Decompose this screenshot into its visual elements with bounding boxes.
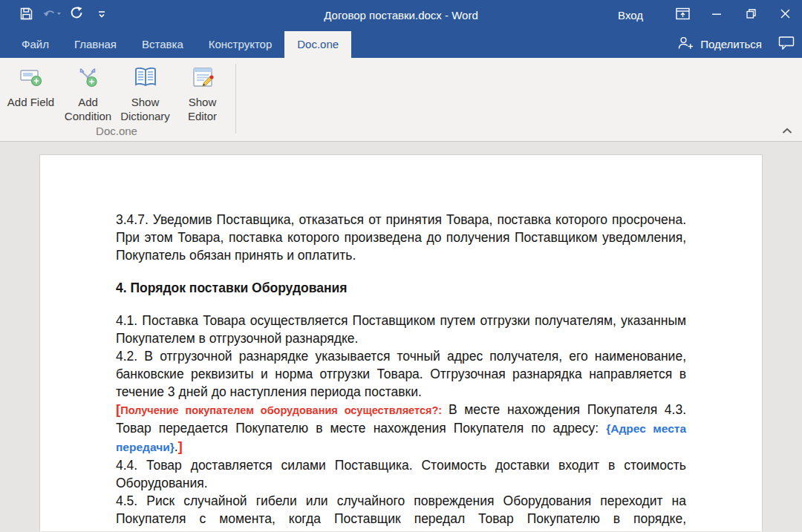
show-editor-label: Show Editor	[174, 95, 231, 123]
minimize-icon	[712, 8, 721, 22]
sign-in-button[interactable]: Вход	[610, 0, 665, 30]
ribbon-display-options-icon	[676, 7, 690, 23]
show-dictionary-label: Show Dictionary	[117, 95, 174, 123]
collapse-ribbon-button[interactable]	[782, 124, 792, 137]
condition-bracket-close[interactable]: ]	[178, 439, 183, 454]
undo-button[interactable]	[39, 4, 64, 26]
add-condition-label: Add Condition	[59, 95, 117, 123]
ribbon: Add Field Add Condition	[0, 58, 802, 142]
ribbon-group-label: Doc.one	[2, 125, 231, 141]
ribbon-tab-bar: Файл Главная Вставка Конструктор Doc.one…	[0, 30, 802, 58]
paragraph-4-1: 4.1. Поставка Товара осуществляется Пост…	[116, 312, 686, 347]
ribbon-display-options-button[interactable]	[665, 0, 700, 30]
show-dictionary-icon	[133, 65, 158, 91]
save-button[interactable]	[13, 4, 39, 26]
quick-access-toolbar	[0, 4, 114, 26]
comments-button[interactable]	[778, 36, 795, 53]
tab-insert[interactable]: Вставка	[129, 31, 196, 58]
close-button[interactable]	[768, 0, 802, 30]
title-bar: Договор поставки.docx - Word Вход	[0, 0, 802, 30]
comment-icon	[778, 39, 795, 52]
person-add-icon	[677, 36, 694, 53]
document-workspace: 3.4.7. Уведомив Поставщика, отказаться о…	[0, 142, 802, 531]
titlebar-controls: Вход	[610, 0, 802, 30]
tab-file[interactable]: Файл	[9, 31, 62, 58]
share-button[interactable]: Поделиться	[677, 36, 762, 53]
add-field-label: Add Field	[7, 95, 54, 109]
document-page[interactable]: 3.4.7. Уведомив Поставщика, отказаться о…	[39, 154, 763, 531]
add-field-icon	[19, 65, 44, 91]
paragraph-4-2: 4.2. В отгрузочной разнарядке указываетс…	[116, 347, 686, 401]
ribbon-group-buttons: Add Field Add Condition	[2, 58, 231, 123]
paragraph-4-4: 4.4. Товар доставляется силами Поставщик…	[116, 456, 686, 492]
show-dictionary-button[interactable]: Show Dictionary	[117, 63, 174, 123]
paragraph-4-5: 4.5. Риск случайной гибели или случайног…	[116, 492, 686, 531]
redo-icon	[69, 6, 84, 24]
paragraph-4-3-annotated: [Получение покупателем оборудования осущ…	[116, 401, 686, 456]
chevron-down-icon	[97, 8, 106, 22]
redo-button[interactable]	[64, 4, 89, 26]
tab-home[interactable]: Главная	[62, 31, 129, 58]
ribbon-group-separator	[235, 64, 236, 134]
minimize-button[interactable]	[700, 0, 734, 30]
restore-button[interactable]	[734, 0, 768, 30]
restore-icon	[746, 8, 756, 22]
add-field-button[interactable]: Add Field	[2, 63, 59, 123]
ribbon-group-doc-one: Add Field Add Condition	[0, 58, 231, 141]
show-editor-button[interactable]: Show Editor	[174, 63, 231, 123]
tab-design[interactable]: Конструктор	[196, 31, 285, 58]
paragraph-3-4-7: 3.4.7. Уведомив Поставщика, отказаться о…	[116, 211, 686, 264]
add-condition-icon	[76, 65, 101, 91]
customize-qat-button[interactable]	[89, 4, 114, 26]
tabrow-right-controls: Поделиться	[677, 30, 795, 58]
close-icon	[780, 8, 790, 22]
condition-question-text[interactable]: Получение покупателем оборудования осуще…	[120, 404, 449, 416]
tab-doc-one[interactable]: Doc.one	[284, 31, 351, 58]
add-condition-button[interactable]: Add Condition	[59, 63, 117, 123]
save-icon	[19, 7, 33, 24]
show-editor-icon	[190, 65, 215, 91]
share-label: Поделиться	[700, 38, 762, 50]
section-heading-4: 4. Порядок поставки Оборудования	[116, 279, 686, 297]
chevron-up-icon	[782, 124, 792, 137]
undo-icon	[42, 7, 61, 23]
document-text: 3.4.7. Уведомив Поставщика, отказаться о…	[116, 211, 686, 531]
